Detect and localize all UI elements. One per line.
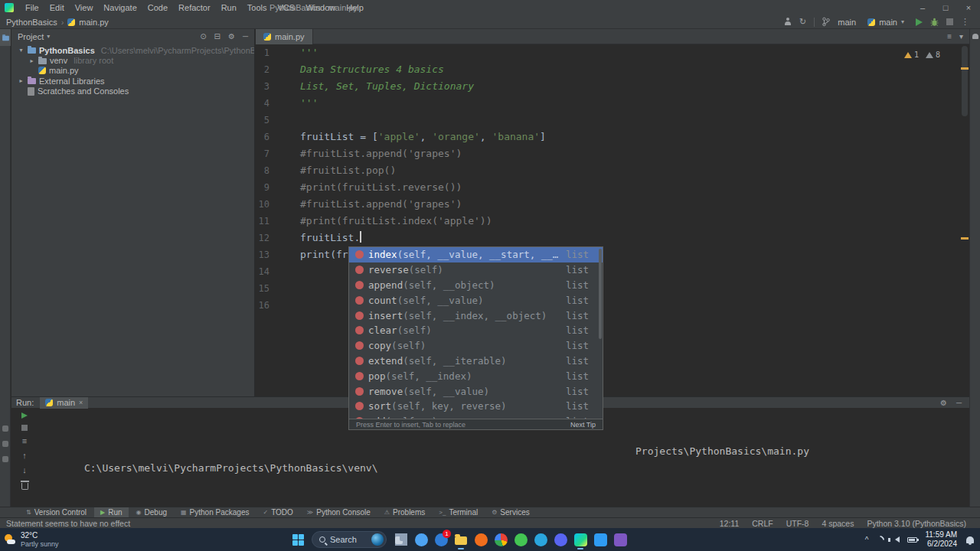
run-button[interactable] (916, 18, 923, 26)
menu-item-run[interactable]: Run (216, 2, 242, 14)
popup-scrollbar[interactable] (599, 249, 602, 339)
toolwindow-button-todo[interactable]: ✓TODO (256, 507, 299, 518)
locate-file-icon[interactable]: ⊙ (200, 32, 206, 41)
code-line[interactable]: 7#fruitList.append('grapes') (256, 145, 969, 162)
collapse-all-icon[interactable]: ⊟ (214, 32, 220, 41)
completion-item-count[interactable]: count(self, __value)list (349, 292, 603, 308)
editor-scrollbar[interactable] (962, 46, 968, 116)
scroll-down-icon[interactable]: ↓ (22, 466, 27, 474)
project-tree-item[interactable]: main.py (11, 66, 254, 76)
find-icon[interactable] (2, 456, 8, 462)
completion-item-reverse[interactable]: reverse(self)list (349, 262, 603, 278)
hide-run-panel-icon[interactable]: ─ (956, 399, 962, 407)
inspections-widget[interactable]: 18 (904, 47, 940, 64)
discord-icon[interactable] (550, 530, 570, 549)
completion-item-append[interactable]: append(self, __object)list (349, 278, 603, 293)
code-line[interactable]: 12fruitList. (256, 230, 969, 246)
menu-item-file[interactable]: File (20, 2, 44, 14)
code-line[interactable]: 1''' (256, 44, 969, 61)
toolwindow-button-services[interactable]: ⚙Services (485, 507, 536, 518)
close-tab-icon[interactable]: × (79, 399, 83, 406)
menu-item-refactor[interactable]: Refactor (173, 2, 216, 14)
line-separator[interactable]: CRLF (752, 519, 773, 528)
toolwindow-button-terminal[interactable]: >_Terminal (433, 507, 484, 518)
taskbar-weather-widget[interactable]: 32°C Partly sunny (5, 530, 59, 549)
pycharm-icon[interactable] (570, 530, 590, 549)
chrome-icon[interactable] (491, 530, 511, 549)
completion-item-copy[interactable]: copy(self)list (349, 338, 603, 354)
taskbar-search[interactable]: Search (312, 531, 387, 548)
completion-item-sort[interactable]: sort(self, key, reverse)list (349, 399, 603, 414)
code-line[interactable]: 3List, Set, Tuples, Dictionary (256, 78, 969, 95)
error-stripe-mark[interactable] (961, 237, 969, 240)
maximize-button[interactable]: □ (934, 3, 957, 12)
code-line[interactable]: 5 (256, 112, 969, 129)
project-panel-title[interactable]: Project (18, 32, 44, 41)
toolwindow-button-problems[interactable]: ⚠Problems (378, 507, 431, 518)
completion-item-remove[interactable]: remove(self, __value)list (349, 383, 603, 399)
breadcrumb-file[interactable]: main.py (79, 18, 109, 27)
code-line[interactable]: 10#fruitList.append('grapes') (256, 196, 969, 213)
minimize-button[interactable]: – (911, 3, 934, 12)
editor-tab-main-py[interactable]: main.py (256, 29, 313, 44)
completion-item-clear[interactable]: clear(self)list (349, 323, 603, 338)
project-tree-item[interactable]: ▾PythonBasicsC:\Users\melvi\PycharmProje… (11, 45, 254, 55)
code-line[interactable]: 11#print(fruitList.index('apple')) (256, 213, 969, 230)
code-line[interactable]: 9#print(fruitList.reverse()) (256, 179, 969, 196)
toolwindow-button-debug[interactable]: ◉Debug (130, 507, 173, 518)
photos-icon[interactable] (610, 530, 630, 549)
toolwindow-button-packages[interactable]: ▦Python Packages (175, 507, 255, 518)
tray-clock[interactable]: 11:59 AM 6/2/2024 (925, 530, 957, 549)
panel-settings-icon[interactable]: ⚙ (228, 32, 235, 41)
firefox-icon[interactable] (471, 530, 491, 549)
code-line[interactable]: 2Data Structures 4 basics (256, 61, 969, 78)
file-explorer-icon[interactable] (451, 530, 471, 549)
more-actions-icon[interactable]: ⋮ (961, 18, 969, 26)
project-tree-item[interactable]: ▸venvlibrary root (11, 55, 254, 65)
stripe-project-button[interactable] (0, 29, 11, 46)
run-settings-icon[interactable]: ⚙ (940, 399, 947, 407)
error-stripe-mark[interactable] (961, 67, 969, 70)
structure-icon[interactable] (2, 425, 8, 432)
git-branch-name[interactable]: main (838, 18, 856, 27)
soft-wrap-icon[interactable]: ≡ (22, 437, 27, 445)
completion-item-add[interactable]: add(self, …)list (349, 414, 603, 419)
run-tab-main[interactable]: main × (40, 397, 88, 409)
wifi-icon[interactable] (874, 533, 887, 546)
chevron-down-icon[interactable]: ▾ (47, 33, 50, 40)
menu-item-code[interactable]: Code (142, 2, 173, 14)
update-project-icon[interactable]: ↻ (799, 18, 806, 26)
start-button[interactable] (292, 534, 304, 546)
task-view-icon[interactable] (391, 530, 411, 549)
completion-item-index[interactable]: index(self, __value, __start, __…list (349, 247, 603, 262)
typo-indicator[interactable]: 8 (926, 47, 940, 64)
notifications-icon[interactable] (972, 34, 978, 39)
widgets-icon[interactable] (411, 530, 431, 549)
hide-panel-icon[interactable]: ─ (243, 32, 248, 41)
project-tree-item[interactable]: ▸External Libraries (11, 76, 254, 86)
warning-indicator[interactable]: 1 (904, 47, 919, 64)
git-branch-icon[interactable] (822, 17, 830, 27)
edge-icon[interactable]: 1 (431, 530, 451, 549)
tray-chevron-icon[interactable]: ^ (865, 536, 869, 544)
code-line[interactable]: 8#fruitList.pop() (256, 162, 969, 179)
menu-item-edit[interactable]: Edit (44, 2, 70, 14)
toolwindow-button-run[interactable]: ▶Run (94, 507, 129, 518)
menu-item-navigate[interactable]: Navigate (98, 2, 142, 14)
tree-toggle-icon[interactable]: ▾ (18, 47, 24, 54)
toolwindow-button-vcs[interactable]: ⇅Version Control (20, 507, 93, 518)
next-tip-link[interactable]: Next Tip (570, 421, 596, 429)
rerun-button[interactable] (21, 412, 28, 419)
whatsapp-icon[interactable] (511, 530, 531, 549)
tree-toggle-icon[interactable]: ▸ (18, 77, 24, 84)
python-interpreter[interactable]: Python 3.10 (PythonBasics) (867, 519, 966, 528)
close-button[interactable]: × (957, 3, 980, 12)
notification-bell-icon[interactable] (966, 536, 974, 543)
completion-item-extend[interactable]: extend(self, __iterable)list (349, 354, 603, 369)
completion-item-pop[interactable]: pop(self, __index)list (349, 368, 603, 383)
completion-item-insert[interactable]: insert(self, __index, __object)list (349, 308, 603, 323)
menu-item-tools[interactable]: Tools (242, 2, 273, 14)
code-with-me-user-icon[interactable] (784, 18, 792, 26)
breadcrumb-project[interactable]: PythonBasics (6, 18, 57, 27)
tree-toggle-icon[interactable]: ▸ (28, 57, 35, 64)
